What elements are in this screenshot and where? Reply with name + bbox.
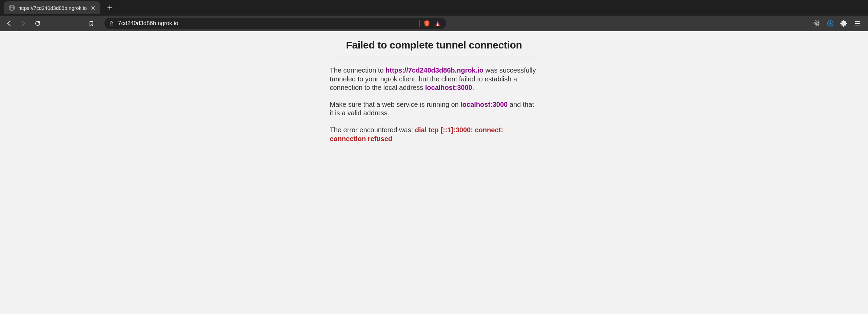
browser-menu-button[interactable] xyxy=(854,20,861,27)
reload-icon xyxy=(35,20,41,26)
back-button[interactable] xyxy=(5,19,14,28)
new-tab-button[interactable] xyxy=(104,2,115,13)
react-devtools-extension-icon[interactable] xyxy=(813,20,821,27)
address-bar-actions xyxy=(419,20,441,27)
lock-icon xyxy=(109,21,114,26)
circle-extension-icon xyxy=(827,20,834,27)
brave-shields-icon[interactable] xyxy=(423,20,431,27)
svg-rect-4 xyxy=(110,23,113,25)
toolbar-right xyxy=(813,20,863,27)
divider xyxy=(419,20,420,27)
divider xyxy=(330,58,538,58)
hamburger-icon xyxy=(854,20,861,26)
text: The error encountered was: xyxy=(330,126,415,134)
plus-icon xyxy=(107,5,113,11)
text: The connection to xyxy=(330,66,386,74)
globe-icon xyxy=(9,5,15,11)
reload-button[interactable] xyxy=(33,19,42,28)
error-container: Failed to complete tunnel connection The… xyxy=(330,39,538,143)
bat-icon[interactable] xyxy=(434,20,441,27)
bookmark-icon xyxy=(88,21,94,26)
error-paragraph-2: Make sure that a web service is running … xyxy=(330,100,538,118)
forward-button[interactable] xyxy=(19,19,28,28)
svg-point-5 xyxy=(816,23,817,24)
bookmark-button[interactable] xyxy=(87,19,96,28)
error-paragraph-3: The error encountered was: dial tcp [::1… xyxy=(330,126,538,143)
tab-bar: https://7cd240d3d86b.ngrok.io xyxy=(0,0,868,16)
close-tab-button[interactable] xyxy=(90,5,96,11)
tunnel-url-link[interactable]: https://7cd240d3d86b.ngrok.io xyxy=(386,66,484,74)
extension-icon[interactable] xyxy=(827,20,834,27)
text: . xyxy=(472,84,474,91)
extensions-button[interactable] xyxy=(840,20,848,27)
page-content: Failed to complete tunnel connection The… xyxy=(0,31,868,314)
atom-icon xyxy=(813,20,821,27)
back-icon xyxy=(6,20,12,26)
tab-title: https://7cd240d3d86b.ngrok.io xyxy=(18,5,87,11)
local-address: localhost:3000 xyxy=(460,101,508,108)
error-title: Failed to complete tunnel connection xyxy=(330,39,538,51)
local-address: localhost:3000 xyxy=(425,84,472,91)
address-url: 7cd240d3d86b.ngrok.io xyxy=(118,20,415,27)
forward-icon xyxy=(20,20,26,26)
close-icon xyxy=(91,6,95,10)
text: Make sure that a web service is running … xyxy=(330,101,461,108)
address-bar[interactable]: 7cd240d3d86b.ngrok.io xyxy=(104,18,446,29)
browser-chrome: https://7cd240d3d86b.ngrok.io xyxy=(0,0,868,31)
browser-tab[interactable]: https://7cd240d3d86b.ngrok.io xyxy=(4,1,100,14)
browser-toolbar: 7cd240d3d86b.ngrok.io xyxy=(0,16,868,31)
error-paragraph-1: The connection to https://7cd240d3d86b.n… xyxy=(330,66,538,92)
puzzle-icon xyxy=(840,20,848,27)
